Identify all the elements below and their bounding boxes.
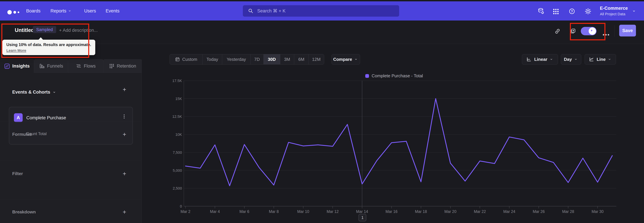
filter-label: Filter xyxy=(12,171,23,176)
chevron-down-icon xyxy=(68,9,72,13)
add-event-button[interactable]: + xyxy=(121,86,128,93)
annotation-marker-badge[interactable]: 1 xyxy=(358,214,366,221)
add-to-board-icon[interactable] xyxy=(570,28,576,34)
search-placeholder: Search ⌘ + K xyxy=(257,8,286,14)
apps-grid-icon[interactable] xyxy=(552,8,559,14)
scale-label: Linear xyxy=(534,57,547,62)
tab-retention[interactable]: Retention xyxy=(103,59,142,73)
tab-label: Funnels xyxy=(47,64,63,69)
range-today[interactable]: Today xyxy=(202,54,222,64)
nav-item-label: Events xyxy=(106,9,120,14)
learn-more-link[interactable]: Learn More xyxy=(6,48,26,53)
chevron-down-icon xyxy=(632,9,636,13)
chart-type-label: Line xyxy=(597,57,606,62)
range-label: 3M xyxy=(284,57,290,62)
query-builder-panel: Events & Cohorts + A Complete Purchase C… xyxy=(0,73,142,223)
add-filter-button[interactable]: + xyxy=(121,170,128,177)
date-range-segmented-control: CustomTodayYesterday7D30D3M6M12M xyxy=(170,54,324,65)
range-custom[interactable]: Custom xyxy=(170,54,202,64)
range-7d[interactable]: 7D xyxy=(250,54,264,64)
range-label: Today xyxy=(206,57,218,62)
range-30d[interactable]: 30D xyxy=(264,54,280,64)
x-tick-label: Mar 26 xyxy=(533,209,545,214)
tab-funnels[interactable]: Funnels xyxy=(34,59,68,73)
chevron-down-icon xyxy=(574,57,578,61)
range-6m[interactable]: 6M xyxy=(294,54,308,64)
range-label: 30D xyxy=(268,57,276,62)
nav-item-label: Users xyxy=(84,9,96,14)
add-description-button[interactable]: + Add description... xyxy=(59,28,98,33)
insights-icon xyxy=(4,63,10,69)
tab-insights[interactable]: Insights xyxy=(0,59,34,73)
tab-label: Flows xyxy=(84,64,96,69)
add-formula-button[interactable]: + xyxy=(121,131,128,138)
x-tick-label: Mar 16 xyxy=(386,209,398,214)
search-icon xyxy=(248,8,254,14)
range-12m[interactable]: 12M xyxy=(308,54,324,64)
tooltip-message: Using 10% of data. Results are approxima… xyxy=(6,42,91,47)
nav-item-events[interactable]: Events xyxy=(106,1,120,21)
interval-dropdown[interactable]: Day xyxy=(561,54,581,65)
range-yesterday[interactable]: Yesterday xyxy=(222,54,250,64)
nav-item-reports[interactable]: Reports xyxy=(50,1,72,21)
calendar-icon xyxy=(175,57,180,62)
line-chart: 02,5005,0007,50010K12.5K15K17.5KMar 2Mar… xyxy=(142,72,644,223)
help-icon[interactable]: ? xyxy=(568,8,575,14)
range-label: 7D xyxy=(254,57,260,62)
range-3m[interactable]: 3M xyxy=(280,54,294,64)
report-header-bar: Untitled Sampled + Add description... Sa… xyxy=(0,21,644,44)
x-tick-label: Mar 10 xyxy=(297,209,309,214)
kebab-menu-icon[interactable] xyxy=(122,114,128,119)
events-cohorts-label: Events & Cohorts xyxy=(12,89,50,95)
more-menu-icon[interactable] xyxy=(602,31,610,39)
divider xyxy=(614,25,615,37)
chevron-down-icon xyxy=(550,57,554,61)
chart-canvas: 02,5005,0007,50010K12.5K15K17.5KMar 2Mar… xyxy=(142,72,644,223)
x-tick-label: Mar 30 xyxy=(592,209,604,214)
chevron-down-icon xyxy=(355,57,358,61)
tab-flows[interactable]: Flows xyxy=(68,59,103,73)
settings-gear-icon[interactable] xyxy=(584,8,591,14)
search-input[interactable]: Search ⌘ + K xyxy=(243,5,399,17)
add-breakdown-button[interactable]: + xyxy=(121,209,128,215)
chart-type-dropdown[interactable]: Line xyxy=(585,54,616,65)
lightning-bolt-icon xyxy=(589,27,596,35)
logo-dot-small xyxy=(18,12,19,13)
compare-label: Compare xyxy=(333,57,352,62)
range-label: Custom xyxy=(182,57,198,62)
events-cohorts-header[interactable]: Events & Cohorts xyxy=(12,89,57,95)
compare-button[interactable]: Compare xyxy=(332,54,360,65)
x-tick-label: Mar 28 xyxy=(562,209,574,214)
save-button[interactable]: Save xyxy=(619,25,636,37)
divider xyxy=(0,161,142,161)
app-window: BoardsReportsUsersEvents Search ⌘ + K ? … xyxy=(0,0,644,223)
x-tick-label: Mar 6 xyxy=(240,209,250,214)
range-label: Yesterday xyxy=(227,57,246,62)
nav-item-boards[interactable]: Boards xyxy=(26,1,40,21)
chevron-down-icon xyxy=(53,90,57,94)
nav-item-users[interactable]: Users xyxy=(84,1,96,21)
series-line[interactable] xyxy=(186,99,612,186)
sampling-toggle[interactable] xyxy=(581,27,596,35)
formulas-label: Formulas xyxy=(12,132,32,137)
x-tick-label: Mar 2 xyxy=(180,209,190,214)
y-tick-label: 7,500 xyxy=(173,150,182,155)
range-label: 6M xyxy=(298,57,304,62)
nav-item-label: Boards xyxy=(26,9,40,14)
copy-link-icon[interactable] xyxy=(554,28,560,34)
scale-dropdown[interactable]: Linear xyxy=(522,54,558,65)
breakdown-label: Breakdown xyxy=(12,209,36,214)
tooltip-arrow xyxy=(38,37,43,40)
event-name: Complete Purchase xyxy=(26,115,66,121)
x-tick-label: Mar 22 xyxy=(474,209,486,214)
sampling-tooltip: Using 10% of data. Results are approxima… xyxy=(2,40,95,55)
data-management-icon[interactable] xyxy=(537,8,544,14)
sampled-badge[interactable]: Sampled xyxy=(33,26,56,33)
report-title[interactable]: Untitled xyxy=(15,27,34,33)
logo-dot-medium xyxy=(14,11,16,14)
report-type-tabs: InsightsFunnelsFlowsRetention xyxy=(0,59,142,73)
y-tick-label: 2,500 xyxy=(173,186,182,190)
event-card[interactable]: A Complete Purchase Count Total xyxy=(9,107,133,145)
nav-item-label: Reports xyxy=(50,9,66,14)
y-tick-label: 15K xyxy=(176,97,182,101)
